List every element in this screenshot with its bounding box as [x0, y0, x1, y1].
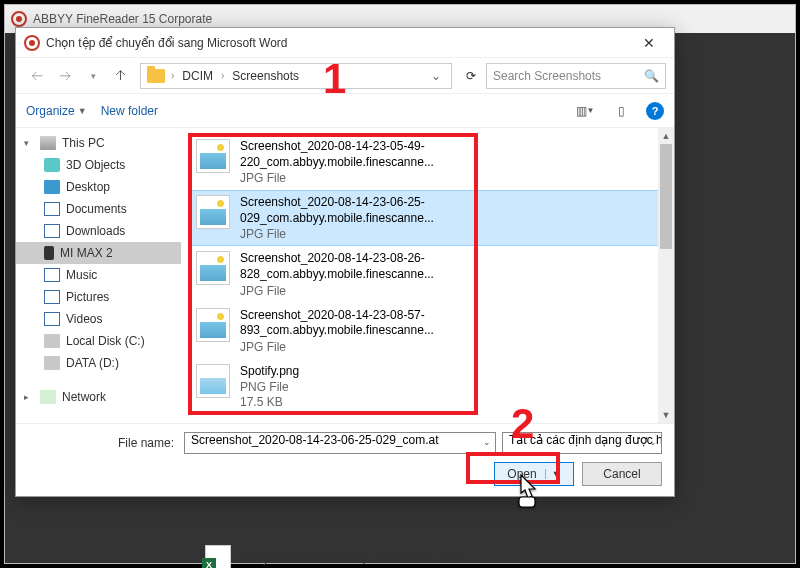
sidebar-item-label: Music [66, 268, 97, 282]
sidebar-item-label: This PC [62, 136, 105, 150]
search-placeholder: Search Screenshots [493, 69, 644, 83]
file-item[interactable]: Spotify.pngPNG File17.5 KB [189, 359, 670, 415]
scroll-thumb[interactable] [660, 144, 672, 249]
scrollbar[interactable]: ▲ ▼ [658, 128, 674, 423]
file-item[interactable]: Screenshot_2020-08-14-23-06-25-029_com.a… [189, 190, 670, 246]
dialog-title: Chọn tệp để chuyển đổi sang Microsoft Wo… [46, 36, 628, 50]
doc-icon [44, 202, 60, 216]
sidebar-item-this-pc[interactable]: ▾This PC [16, 132, 181, 154]
recent-dropdown[interactable]: ▾ [80, 63, 106, 89]
expand-icon[interactable]: ▾ [24, 138, 34, 148]
chevron-down-icon[interactable]: ⌄ [649, 437, 657, 447]
app-icon [11, 11, 27, 27]
sidebar-item-label: Pictures [66, 290, 109, 304]
sidebar-item-3d-objects[interactable]: 3D Objects [16, 154, 181, 176]
sidebar-item-data-d-[interactable]: DATA (D:) [16, 352, 181, 374]
back-button[interactable]: 🡠 [24, 63, 50, 89]
breadcrumb-sep: › [169, 70, 176, 81]
file-type: JPG File [240, 284, 460, 298]
chevron-down-icon: ▼ [78, 106, 87, 116]
file-item[interactable]: Screenshot_2020-08-14-23-05-49-220_com.a… [189, 134, 670, 190]
sidebar-item-pictures[interactable]: Pictures [16, 286, 181, 308]
dl-icon [44, 224, 60, 238]
file-type-filter[interactable]: Tất cả các định dạng được hỗ t ⌄ [502, 432, 662, 454]
excel-convert-row[interactable]: Chuyển đổi thành tài liệu Microsoft Exce… [205, 545, 459, 568]
file-name: Spotify.png [240, 364, 299, 380]
close-button[interactable]: ✕ [628, 29, 670, 57]
file-type: PNG File [240, 380, 299, 394]
sidebar-item-label: Desktop [66, 180, 110, 194]
file-list[interactable]: Screenshot_2020-08-14-23-05-49-220_com.a… [181, 128, 674, 423]
disk-icon [44, 334, 60, 348]
file-name: Screenshot_2020-08-14-23-08-57-893_com.a… [240, 308, 460, 339]
app-title: ABBYY FineReader 15 Corporate [33, 12, 212, 26]
file-type: JPG File [240, 340, 460, 354]
sidebar-item-label: 3D Objects [66, 158, 125, 172]
vid-icon [44, 312, 60, 326]
pc-icon [40, 136, 56, 150]
sidebar: ▾This PC3D ObjectsDesktopDocumentsDownlo… [16, 128, 181, 423]
file-thumbnail [196, 195, 230, 229]
file-item[interactable]: Screenshot_2020-08-14-23-08-57-893_com.a… [189, 303, 670, 359]
sidebar-item-network[interactable]: ▸Network [16, 386, 181, 408]
search-icon: 🔍 [644, 69, 659, 83]
filename-input[interactable]: Screenshot_2020-08-14-23-06-25-029_com.a… [184, 432, 496, 454]
sidebar-item-downloads[interactable]: Downloads [16, 220, 181, 242]
filename-label: File name: [28, 436, 178, 450]
open-dropdown-icon[interactable]: ▼ [545, 469, 561, 479]
scroll-down-arrow[interactable]: ▼ [658, 407, 674, 423]
chevron-down-icon[interactable]: ⌄ [483, 437, 491, 447]
dialog-bottom: File name: Screenshot_2020-08-14-23-06-2… [16, 423, 674, 496]
dialog-icon [24, 35, 40, 51]
breadcrumb-dropdown[interactable]: ⌄ [425, 69, 447, 83]
cancel-button[interactable]: Cancel [582, 462, 662, 486]
preview-pane-button[interactable]: ▯ [610, 100, 632, 122]
up-button[interactable]: 🡡 [108, 63, 134, 89]
file-thumbnail [196, 251, 230, 285]
sidebar-item-videos[interactable]: Videos [16, 308, 181, 330]
excel-icon [205, 545, 231, 568]
search-input[interactable]: Search Screenshots 🔍 [486, 63, 666, 89]
expand-icon[interactable]: ▸ [24, 392, 34, 402]
file-type: JPG File [240, 171, 460, 185]
file-thumbnail [196, 308, 230, 342]
breadcrumb-sep: › [219, 70, 226, 81]
sidebar-item-music[interactable]: Music [16, 264, 181, 286]
dialog-titlebar: Chọn tệp để chuyển đổi sang Microsoft Wo… [16, 28, 674, 58]
sidebar-item-label: Local Disk (C:) [66, 334, 145, 348]
folder-icon [147, 69, 165, 83]
file-thumbnail [196, 364, 230, 398]
file-thumbnail [196, 139, 230, 173]
file-name: Screenshot_2020-08-14-23-06-25-029_com.a… [240, 195, 460, 226]
refresh-button[interactable]: ⟳ [458, 63, 484, 89]
sidebar-item-label: Downloads [66, 224, 125, 238]
help-button[interactable]: ? [646, 102, 664, 120]
disk-icon [44, 356, 60, 370]
desk-icon [44, 180, 60, 194]
pic-icon [44, 290, 60, 304]
view-options-button[interactable]: ▥ ▼ [574, 100, 596, 122]
sidebar-item-mi-max-2[interactable]: MI MAX 2 [16, 242, 181, 264]
breadcrumb[interactable]: › DCIM › Screenshots ⌄ [140, 63, 452, 89]
3d-icon [44, 158, 60, 172]
organize-menu[interactable]: Organize ▼ [26, 104, 87, 118]
music-icon [44, 268, 60, 282]
sidebar-item-desktop[interactable]: Desktop [16, 176, 181, 198]
file-name: Screenshot_2020-08-14-23-05-49-220_com.a… [240, 139, 460, 170]
sidebar-item-documents[interactable]: Documents [16, 198, 181, 220]
breadcrumb-dcim[interactable]: DCIM [178, 69, 217, 83]
sidebar-item-local-disk-c-[interactable]: Local Disk (C:) [16, 330, 181, 352]
scroll-up-arrow[interactable]: ▲ [658, 128, 674, 144]
breadcrumb-screenshots[interactable]: Screenshots [228, 69, 303, 83]
sidebar-item-label: Network [62, 390, 106, 404]
open-button[interactable]: Open ▼ [494, 462, 574, 486]
file-item[interactable]: Screenshot_2020-08-14-23-08-26-828_com.a… [189, 246, 670, 302]
new-folder-button[interactable]: New folder [101, 104, 158, 118]
phone-icon [44, 246, 54, 260]
file-name: Screenshot_2020-08-14-23-08-26-828_com.a… [240, 251, 460, 282]
sidebar-item-label: MI MAX 2 [60, 246, 113, 260]
sidebar-item-label: Videos [66, 312, 102, 326]
file-size: 17.5 KB [240, 395, 299, 409]
forward-button[interactable]: 🡢 [52, 63, 78, 89]
file-type: JPG File [240, 227, 460, 241]
